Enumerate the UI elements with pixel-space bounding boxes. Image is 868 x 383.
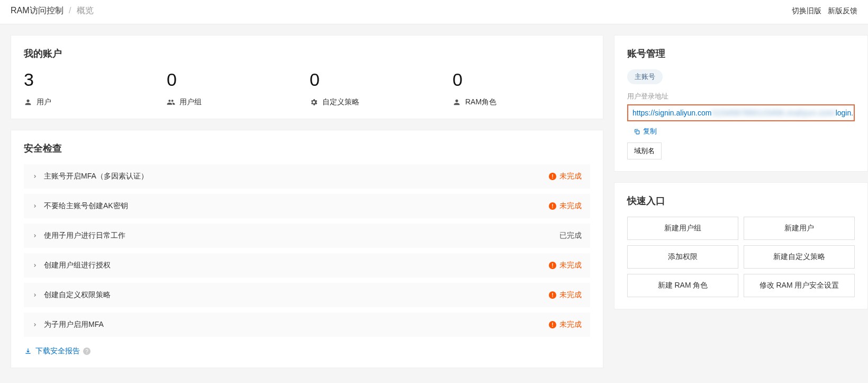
security-check-item-label: 创建自定义权限策略 [44,290,111,300]
security-check-item-label: 不要给主账号创建AK密钥 [44,201,128,211]
quick-entry-title: 快速入口 [627,194,855,207]
user-icon [24,98,32,106]
breadcrumb-current: 概览 [77,6,94,15]
security-check-item-status: !未完成 [549,261,582,270]
copy-label: 复制 [643,127,657,136]
warning-icon: ! [549,173,556,180]
login-url-prefix: https://signin.aliyun.com [632,109,711,117]
security-check-item[interactable]: 创建用户组进行授权!未完成 [24,253,590,278]
copy-icon [632,127,641,136]
security-check-card: 安全检查 主账号开启MFA（多因素认证）!未完成不要给主账号创建AK密钥!未完成… [11,130,603,368]
stat-groups-value: 0 [167,69,304,90]
account-management-card: 账号管理 主账号 用户登录地址 https://signin.aliyun.co… [614,35,868,172]
group-icon [167,98,175,106]
quick-entry-card: 快速入口 新建用户组新建用户添加权限新建自定义策略新建 RAM 角色修改 RAM… [614,182,868,309]
security-check-item-label: 为子用户启用MFA [44,320,104,329]
new-version-feedback-link[interactable]: 新版反馈 [828,6,857,16]
stat-groups-label: 用户组 [179,97,202,107]
breadcrumb-separator: / [69,6,71,15]
login-url-suffix: login.htm [836,109,855,117]
stat-users[interactable]: 3 用户 [24,69,161,107]
login-url-hidden: /1234567890123456.onaliyun.com/ [711,109,835,117]
my-account-card: 我的账户 3 用户 0 [11,35,603,119]
stat-users-label: 用户 [37,97,51,107]
warning-icon: ! [549,202,556,210]
quick-entry-button[interactable]: 新建 RAM 角色 [627,274,738,297]
stat-users-value: 3 [24,69,161,90]
top-links: 切换旧版 新版反馈 [792,6,857,16]
breadcrumb-root[interactable]: RAM访问控制 [11,6,64,15]
chevron-right-icon [32,203,38,209]
security-check-item-status: !未完成 [549,320,582,329]
chevron-right-icon [32,174,38,179]
security-check-item[interactable]: 使用子用户进行日常工作已完成 [24,224,590,248]
download-security-report-link[interactable]: 下载安全报告 [24,346,80,356]
download-security-report-label: 下载安全报告 [35,346,80,356]
switch-old-version-link[interactable]: 切换旧版 [792,6,821,16]
quick-entry-button[interactable]: 添加权限 [627,245,738,269]
chevron-right-icon [32,263,38,268]
chevron-right-icon [32,233,38,238]
gear-icon [310,98,318,106]
login-url-box[interactable]: https://signin.aliyun.com/12345678901234… [627,104,855,121]
account-management-title: 账号管理 [627,47,855,60]
security-check-item[interactable]: 不要给主账号创建AK密钥!未完成 [24,194,590,218]
login-url-label: 用户登录地址 [627,92,855,101]
domain-alias-button[interactable]: 域别名 [627,142,662,159]
warning-icon: ! [549,291,556,299]
download-icon [24,347,32,355]
security-check-title: 安全检查 [24,142,590,155]
security-check-item[interactable]: 创建自定义权限策略!未完成 [24,283,590,307]
quick-entry-button[interactable]: 新建用户组 [627,217,738,240]
quick-entry-button[interactable]: 新建自定义策略 [744,245,855,269]
warning-icon: ! [549,262,556,269]
stat-policies-value: 0 [310,69,447,90]
breadcrumb: RAM访问控制 / 概览 [11,5,94,16]
security-check-item[interactable]: 为子用户启用MFA!未完成 [24,313,590,337]
security-check-item-label: 使用子用户进行日常工作 [44,231,125,241]
stat-roles-value: 0 [453,69,590,90]
security-check-item-status: 已完成 [559,231,582,241]
main-account-badge: 主账号 [627,69,663,84]
stat-policies[interactable]: 0 自定义策略 [310,69,447,107]
stat-roles-label: RAM角色 [465,97,496,107]
chevron-right-icon [32,322,38,327]
quick-entry-button[interactable]: 修改 RAM 用户安全设置 [744,274,855,297]
security-check-item-status: !未完成 [549,201,582,211]
stat-groups[interactable]: 0 用户组 [167,69,304,107]
stat-roles[interactable]: 0 RAM角色 [453,69,590,107]
stat-policies-label: 自定义策略 [322,97,359,107]
security-check-item-label: 主账号开启MFA（多因素认证） [44,172,148,181]
my-account-title: 我的账户 [24,47,590,60]
security-check-item-status: !未完成 [549,172,582,181]
quick-entry-button[interactable]: 新建用户 [744,217,855,240]
copy-link[interactable]: 复制 [632,127,657,136]
security-check-item-label: 创建用户组进行授权 [44,261,111,270]
svg-rect-0 [636,130,639,133]
security-check-item-status: !未完成 [549,290,582,300]
help-icon[interactable]: ? [83,348,91,355]
security-check-item[interactable]: 主账号开启MFA（多因素认证）!未完成 [24,164,590,189]
top-bar: RAM访问控制 / 概览 切换旧版 新版反馈 [0,0,868,24]
warning-icon: ! [549,321,556,328]
chevron-right-icon [32,292,38,298]
role-icon [453,98,461,106]
